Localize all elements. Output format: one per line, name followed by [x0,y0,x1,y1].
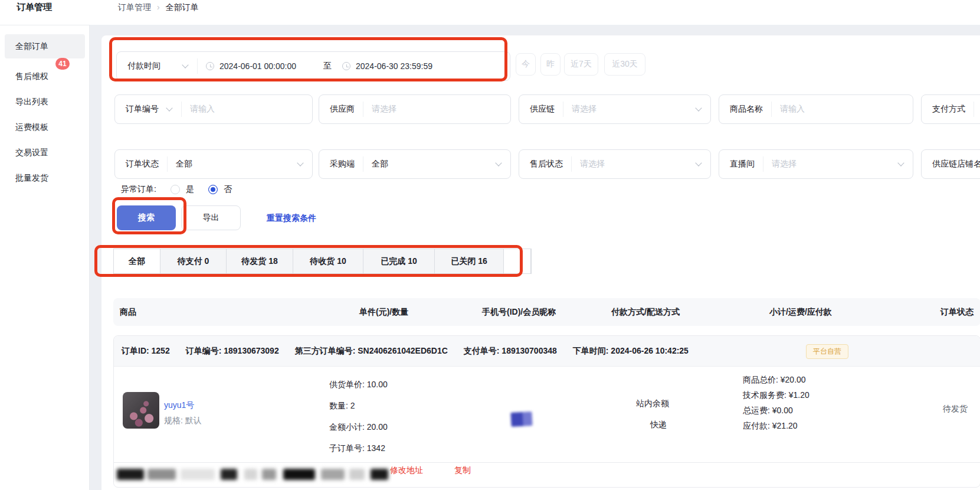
tech-service-fee: 技术服务费: ¥1.20 [743,390,809,401]
filter-label: 采购端 [319,159,363,169]
redacted-address-block [321,469,345,480]
filter-label: 售后状态 [519,159,571,169]
filter-label: 供应链店铺名 [922,159,980,169]
date-start-value[interactable]: 2024-06-01 00:00:00 [219,61,296,71]
order-management-screen: 订单管理 订单管理 › 全部订单 全部订单 售后维权 41 导出列表 运费模板 … [0,0,980,490]
chevron-down-icon [495,159,502,166]
quick-range-yesterday-button[interactable]: 昨 [540,53,561,76]
redacted-address-block [244,469,257,480]
third-party-order-no: 第三方订单编号: SN2406261042ED6D1C [295,346,448,357]
sidebar-item-export-list[interactable]: 导出列表 [5,90,85,114]
product-name-filter[interactable]: 商品名称 请输入 [719,94,913,124]
search-button[interactable]: 搜索 [117,205,176,230]
col-payment-delivery: 付款方式/配送方式 [611,307,680,318]
product-name-input[interactable]: 请输入 [772,104,805,115]
page-title: 订单管理 [17,1,52,13]
divider [974,102,974,117]
payment-time-label: 付款时间 [117,61,183,71]
payment-method-filter[interactable]: 支付方式 [921,94,980,124]
amount-subtotal: 金额小计: 20.00 [329,422,388,433]
tab-all[interactable]: 全部 [114,249,160,273]
chevron-down-icon [166,104,172,111]
order-no-input[interactable]: 请输入 [182,104,215,115]
quick-range-7days-button[interactable]: 近7天 [564,53,598,76]
date-end-value[interactable]: 2024-06-30 23:59:59 [356,61,432,71]
chevron-down-icon [297,159,303,166]
delivery-method: 快递 [650,420,667,430]
col-order-status: 订单状态 [940,307,974,318]
abnormal-order-label: 异常订单: [121,184,156,195]
abnormal-no-label[interactable]: 否 [224,184,232,195]
product-thumbnail[interactable] [123,392,159,429]
sidebar-item-trade-settings[interactable]: 交易设置 [5,141,85,165]
filter-label: 商品名称 [719,104,771,115]
filter-label: 直播间 [719,159,763,169]
col-subtotal-shipping-payable: 小计/运费/应付款 [769,307,832,318]
redacted-address-block [117,469,144,480]
col-unit-price-qty: 单件(元)/数量 [359,307,408,318]
sidebar-item-all-orders[interactable]: 全部订单 [5,34,85,58]
order-table-header: 商品 单件(元)/数量 手机号(ID)/会员昵称 付款方式/配送方式 小计/运费… [113,298,980,326]
purchase-side-select[interactable]: 全部 [363,159,388,169]
platform-self-operated-badge: 平台自营 [806,344,848,359]
redacted-address-block [349,469,365,480]
payment-no: 支付单号: 189130700348 [464,346,557,357]
tab-pending-payment[interactable]: 待支付 0 [160,249,227,273]
sidebar-item-shipping-template[interactable]: 运费模板 [5,115,85,139]
supply-chain-shop-filter[interactable]: 供应链店铺名 [921,149,980,179]
divider [114,462,980,463]
after-sales-status-filter[interactable]: 售后状态 请选择 [519,149,711,179]
chevron-down-icon [695,104,702,111]
shipping-total: 总运费: ¥0.00 [743,406,793,416]
order-row: 订单ID: 1252 订单编号: 189130673092 第三方订单编号: S… [113,335,980,488]
live-room-filter[interactable]: 直播间 请选择 [719,149,913,179]
filter-label: 供应链 [519,104,563,115]
amount-payable: 应付款: ¥21.20 [743,421,798,432]
sidebar-item-batch-shipping[interactable]: 批量发货 [5,166,85,190]
redacted-address-block [181,469,215,480]
product-name-link[interactable]: yuyu1号 [164,400,194,411]
tab-completed[interactable]: 已完成 10 [363,249,435,273]
tab-pending-receipt[interactable]: 待收货 10 [293,249,363,273]
quick-range-30days-button[interactable]: 近30天 [604,53,645,76]
live-room-select[interactable]: 请选择 [763,159,797,169]
redacted-address-block [371,469,388,480]
order-no-filter[interactable]: 订单编号 请输入 [114,94,313,124]
col-product: 商品 [120,307,136,318]
abnormal-yes-radio[interactable] [171,185,180,194]
abnormal-no-radio[interactable] [208,185,218,194]
payment-method: 站内余额 [636,398,669,409]
copy-address-link[interactable]: 复制 [454,465,471,476]
abnormal-yes-label[interactable]: 是 [186,184,194,195]
export-button[interactable]: 导出 [181,205,241,230]
chevron-down-icon [897,159,904,166]
reset-search-link[interactable]: 重置搜索条件 [267,205,316,230]
divider [197,58,198,74]
chevron-down-icon [182,61,188,68]
product-quantity: 数量: 2 [329,401,355,411]
quick-range-today-button[interactable]: 今 [516,53,536,76]
after-sales-status-select[interactable]: 请选择 [572,159,605,169]
breadcrumb-parent[interactable]: 订单管理 [118,2,151,12]
chevron-down-icon [695,159,702,166]
breadcrumb-separator-icon: › [157,2,160,12]
order-status-select[interactable]: 全部 [168,159,192,169]
filter-label: 订单编号 [115,104,159,115]
payment-time-filter[interactable]: 付款时间 2024-06-01 00:00:00 至 2024-06-30 23… [116,51,510,81]
supplier-filter[interactable]: 供应商 请选择 [319,94,511,124]
supplier-select[interactable]: 请选择 [363,104,396,115]
supply-chain-filter[interactable]: 供应链 请选择 [519,94,711,124]
tab-pending-shipment[interactable]: 待发货 18 [227,249,293,273]
edit-address-link[interactable]: 修改地址 [390,465,423,476]
supply-chain-select[interactable]: 请选择 [563,104,596,115]
purchase-side-filter[interactable]: 采购端 全部 [319,149,511,179]
filter-label: 支付方式 [922,104,974,115]
tab-closed[interactable]: 已关闭 16 [435,249,504,273]
order-status-filter[interactable]: 订单状态 全部 [114,149,313,179]
topbar: 订单管理 订单管理 › 全部订单 [0,0,980,25]
redacted-address-block [148,469,176,480]
order-status-tabs: 全部 待支付 0 待发货 18 待收货 10 已完成 10 已关闭 16 [113,249,532,274]
abnormal-order-radio-group: 异常订单: 是 否 [121,184,232,195]
redacted-address-block [283,469,315,480]
sidebar-item-after-sales[interactable]: 售后维权 [5,64,85,89]
